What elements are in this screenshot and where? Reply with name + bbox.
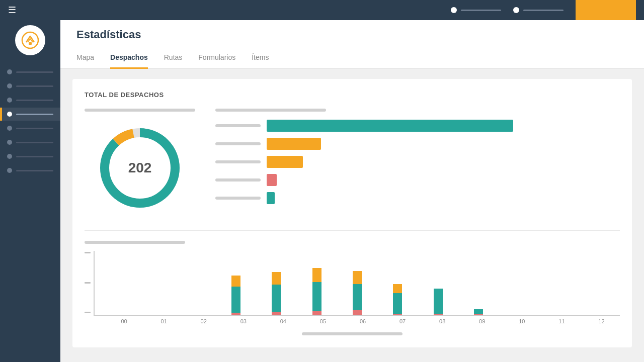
svg-rect-1 <box>29 42 32 45</box>
donut-container: 202 <box>85 118 195 218</box>
bar-teal-04 <box>272 285 281 312</box>
topbar: ☰ <box>0 0 644 20</box>
bar-group-09 <box>460 309 497 315</box>
sidebar-dot-1 <box>7 69 12 74</box>
bar-stack-08 <box>434 289 443 315</box>
hbar-bar-3 <box>267 156 303 168</box>
sidebar-item-1[interactable] <box>0 65 60 78</box>
logo[interactable] <box>15 25 45 55</box>
tab-items[interactable]: Ítems <box>252 49 269 69</box>
sidebar-bar-2 <box>16 85 53 87</box>
bar-red-05 <box>312 311 321 315</box>
donut-value: 202 <box>128 160 152 176</box>
y-tick-bot <box>85 312 91 313</box>
time-label-09: 09 <box>464 318 501 324</box>
bar-teal-08 <box>434 289 443 314</box>
bar-group-05 <box>299 268 335 315</box>
slider-line-2[interactable] <box>523 10 564 11</box>
bar-stack-09 <box>474 309 483 315</box>
bar-teal-09 <box>474 309 483 314</box>
sidebar-bar-1 <box>16 71 53 73</box>
bar-yellow-04 <box>272 272 281 285</box>
hbar-row-5 <box>215 192 620 204</box>
logo-icon <box>21 31 39 49</box>
sidebar-bar-4 <box>16 114 53 115</box>
time-label-01: 01 <box>145 318 182 324</box>
sidebar-item-2[interactable] <box>0 79 60 93</box>
hbar-label-2 <box>215 142 261 145</box>
bar-red-06 <box>353 310 362 315</box>
bar-stack-05 <box>312 268 321 315</box>
stats-title: TOTAL DE DESPACHOS <box>85 91 620 99</box>
time-label-07: 07 <box>384 318 421 324</box>
bar-red-08 <box>434 314 443 315</box>
slider-dot-1 <box>451 7 457 13</box>
slider-dot-2 <box>513 7 519 13</box>
hbar-row-3 <box>215 156 620 168</box>
dashboard: TOTAL DE DESPACHOS <box>60 69 644 362</box>
bar-teal-05 <box>312 282 321 311</box>
bar-teal-07 <box>393 293 402 314</box>
time-label-05: 05 <box>304 318 341 324</box>
bar-teal-03 <box>231 287 240 313</box>
hbar-row-4 <box>215 174 620 186</box>
time-label-04: 04 <box>265 318 301 324</box>
bar-group-04 <box>258 272 294 315</box>
topbar-slider-2 <box>513 7 564 13</box>
tab-mapa[interactable]: Mapa <box>76 49 94 69</box>
sidebar-bar-8 <box>16 170 53 171</box>
sidebar-bar-3 <box>16 100 53 101</box>
bar-red-09 <box>474 314 483 315</box>
topbar-slider-1 <box>451 7 501 13</box>
bar-yellow-07 <box>393 284 402 293</box>
topbar-right <box>451 0 636 20</box>
sidebar-item-7[interactable] <box>0 150 60 163</box>
tabs: Mapa Despachos Rutas Formularios Ítems <box>76 49 628 68</box>
hbar-top-label <box>215 109 326 112</box>
tab-despachos[interactable]: Despachos <box>110 49 148 69</box>
donut-chart: 202 <box>95 123 185 213</box>
hbar-section <box>215 109 620 218</box>
stats-card: TOTAL DE DESPACHOS <box>72 79 632 347</box>
donut-label-bar <box>85 109 195 112</box>
time-label-12: 12 <box>583 318 620 324</box>
sidebar-item-3[interactable] <box>0 94 60 107</box>
hbar-label-1 <box>215 124 261 127</box>
bar-yellow-03 <box>231 276 240 287</box>
sidebar-item-5[interactable] <box>0 122 60 135</box>
sidebar-item-8[interactable] <box>0 164 60 177</box>
slider-line-1[interactable] <box>461 10 501 11</box>
sidebar-dot-4 <box>7 112 12 117</box>
hbar-bar-5 <box>267 192 275 204</box>
hbar-row-2 <box>215 138 620 150</box>
sidebar-items <box>0 65 60 177</box>
time-label-11: 11 <box>543 318 580 324</box>
sidebar-item-4[interactable] <box>0 108 60 121</box>
sidebar-dot-8 <box>7 168 12 173</box>
sidebar-dot-2 <box>7 83 12 88</box>
sidebar-item-6[interactable] <box>0 136 60 149</box>
topbar-action-button[interactable] <box>576 0 636 20</box>
page-header: Estadísticas Mapa Despachos Rutas Formul… <box>60 20 644 69</box>
hbar-label-5 <box>215 197 261 200</box>
time-label-06: 06 <box>344 318 381 324</box>
svg-point-0 <box>22 32 38 48</box>
bar-yellow-05 <box>312 268 321 282</box>
bar-yellow-06 <box>353 271 362 284</box>
tab-formularios[interactable]: Formularios <box>198 49 235 69</box>
content: Estadísticas Mapa Despachos Rutas Formul… <box>60 20 644 362</box>
time-label-bar <box>85 241 185 244</box>
sidebar-dot-6 <box>7 140 12 145</box>
hbar-row-1 <box>215 120 620 132</box>
hbar-bar-2 <box>267 138 321 150</box>
bar-group-03 <box>218 276 254 315</box>
bar-stack-06 <box>353 271 362 315</box>
bar-teal-06 <box>353 284 362 310</box>
tab-rutas[interactable]: Rutas <box>164 49 183 69</box>
hamburger-icon[interactable]: ☰ <box>8 5 16 16</box>
bar-group-06 <box>339 271 375 315</box>
chart-scrollbar[interactable] <box>302 332 403 335</box>
sidebar-dot-7 <box>7 154 12 159</box>
sidebar <box>0 20 60 362</box>
bar-red-03 <box>231 313 240 315</box>
